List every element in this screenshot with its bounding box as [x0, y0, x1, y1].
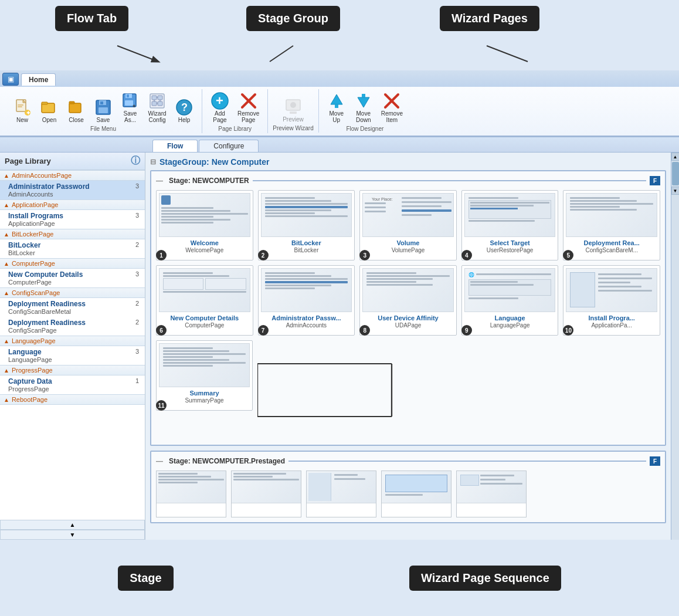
lib-item-progress-sub: ProgressPage	[8, 385, 139, 392]
flow-tab[interactable]: Flow	[152, 140, 198, 152]
stage-collapse-1[interactable]: —	[156, 177, 163, 185]
lib-section-application[interactable]: ▲ ApplicationPage	[0, 199, 145, 210]
lib-item-language[interactable]: 3 Language LanguagePage	[0, 346, 145, 365]
close-button[interactable]: Close	[63, 97, 89, 124]
lib-scroll-area[interactable]: ▲ AdminAccountsPage 3 Administrator Pass…	[0, 170, 145, 520]
mini-page-1[interactable]	[156, 471, 226, 517]
lib-item-install-programs[interactable]: 3 Install Programs ApplicationPage	[0, 210, 145, 229]
lib-item-computer-sub: ComputerPage	[8, 279, 139, 286]
page-library-group-label: Page Library	[218, 124, 252, 132]
configure-tab[interactable]: Configure	[199, 140, 259, 152]
preview-icon	[284, 97, 303, 116]
svg-rect-20	[127, 94, 129, 97]
page-library-header: Page Library ⓘ	[0, 153, 145, 170]
stage-flag-2: F	[650, 456, 660, 466]
page-card-summary[interactable]: 11 Summary SummaryPage	[156, 340, 253, 411]
lib-section-admin-accounts[interactable]: ▲ AdminAccountsPage	[0, 170, 145, 181]
move-down-button[interactable]: MoveDown	[351, 90, 376, 124]
wizard-config-label: WizardConfig	[148, 110, 166, 123]
stage-title-bar-1: — Stage: NEWCOMPUTER F	[156, 176, 660, 185]
page-type-bitlocker: BitLocker	[261, 247, 352, 253]
stage-line-1	[253, 180, 646, 181]
lib-item-bitlocker[interactable]: 2 BitLocker BitLocker	[0, 239, 145, 258]
scroll-down-arrow[interactable]: ▼	[671, 187, 680, 195]
remove-item-button[interactable]: RemoveItem	[378, 90, 406, 124]
svg-rect-15	[99, 107, 108, 113]
move-up-button[interactable]: MoveUp	[324, 90, 349, 124]
page-card-select-target[interactable]: 4 Select Target UserRestorePage	[461, 190, 559, 260]
lib-item-dr1-name: Deployment Readiness	[8, 300, 139, 308]
page-card-language[interactable]: 🌐 9	[461, 265, 559, 336]
page-card-deployment-rea[interactable]: 5 Deployment Rea... ConfigScanBareM...	[563, 190, 660, 260]
mini-page-2[interactable]	[231, 471, 301, 517]
page-num-3: 3	[359, 250, 370, 260]
page-library-buttons: + AddPage	[207, 90, 263, 124]
add-page-button[interactable]: + AddPage	[207, 90, 233, 124]
section-bitlocker-label: BitLockerPage	[12, 231, 54, 238]
lib-section-language[interactable]: ▲ LanguagePage	[0, 336, 145, 346]
pages-grid-row2: 6 New Computer Details ComputerPage	[156, 265, 660, 336]
page-thumb-deployment-rea	[566, 193, 657, 237]
lib-item-capture-data[interactable]: 1 Capture Data ProgressPage	[0, 375, 145, 394]
move-up-label: MoveUp	[329, 110, 343, 123]
mini-page-4[interactable]	[381, 471, 451, 517]
designer-tabs: Flow Configure	[0, 137, 679, 153]
page-card-uda[interactable]: 8 User Device Affinity UDAPage	[359, 265, 457, 336]
close-label: Close	[69, 117, 84, 123]
help-button[interactable]: ? Help	[171, 97, 197, 124]
mini-page-3[interactable]	[306, 471, 376, 517]
page-thumb-install-prog	[566, 268, 657, 312]
page-card-admin-passw[interactable]: 7 Administrator Passw... AdminAccounts	[258, 265, 355, 336]
lib-item-dr1-count: 2	[135, 300, 139, 307]
open-button[interactable]: Open	[36, 97, 62, 124]
mini-page-5[interactable]	[456, 471, 527, 517]
section-arrow-reboot: ▲	[4, 397, 9, 403]
section-progress-label: ProgressPage	[12, 367, 53, 374]
stage-newcomputer-prestaged: — Stage: NEWCOMPUTER.Prestaged F	[150, 451, 666, 523]
flow-scrollbar[interactable]: ▲ ▼	[671, 153, 679, 540]
ribbon-tabs: ▣ Home	[0, 70, 679, 87]
lib-item-install-count: 3	[135, 212, 139, 219]
lib-scroll-up[interactable]: ▲	[0, 520, 145, 530]
save-button[interactable]: Save	[90, 97, 116, 124]
lib-item-bitlocker-name: BitLocker	[8, 241, 139, 249]
lib-item-progress-name: Capture Data	[8, 377, 139, 385]
lib-item-deployment-readiness-1[interactable]: 2 Deployment Readiness ConfigScanBareMet…	[0, 298, 145, 317]
ribbon-content: ✦ New	[0, 87, 679, 137]
lib-section-computer[interactable]: ▲ ComputerPage	[0, 258, 145, 269]
page-card-volume[interactable]: Your Place:	[359, 190, 457, 260]
lib-section-configscan[interactable]: ▲ ConfigScanPage	[0, 287, 145, 298]
page-card-install-prog[interactable]: 10 Install Progra... ApplicationPa...	[563, 265, 660, 336]
ribbon-tab-home[interactable]: Home	[21, 73, 56, 86]
preview-button[interactable]: Preview	[279, 96, 307, 124]
section-admin-label: AdminAccountsPage	[12, 172, 72, 179]
svg-text:+: +	[216, 93, 223, 108]
stage-flag-1: F	[650, 176, 660, 185]
lib-item-progress-count: 1	[135, 377, 139, 384]
page-card-welcome[interactable]: 1 Welcome WelcomePage	[156, 190, 253, 260]
stage-collapse-2[interactable]: —	[156, 457, 163, 465]
lib-section-reboot[interactable]: ▲ RebootPage	[0, 394, 145, 405]
save-as-button[interactable]: + SaveAs...	[117, 90, 143, 124]
lib-section-progress[interactable]: ▲ ProgressPage	[0, 365, 145, 375]
scroll-thumb[interactable]	[672, 162, 679, 185]
lib-section-bitlocker[interactable]: ▲ BitLockerPage	[0, 229, 145, 239]
main-area: Page Library ⓘ ▲ AdminAccountsPage 3 Adm…	[0, 153, 679, 540]
stage-group-collapse[interactable]: ⊟	[150, 158, 156, 166]
lib-item-new-computer-details[interactable]: 3 New Computer Details ComputerPage	[0, 269, 145, 287]
page-card-bitlocker[interactable]: 2 BitLocker BitLocker	[258, 190, 355, 260]
lib-item-language-sub: LanguagePage	[8, 356, 139, 363]
page-library-info-icon[interactable]: ⓘ	[131, 155, 140, 167]
lib-item-admin-password[interactable]: 3 Administrator Password AdminAccounts	[0, 181, 145, 199]
lib-item-deployment-readiness-2[interactable]: 2 Deployment Readiness ConfigScanPage	[0, 317, 145, 336]
app-button[interactable]: ▣	[2, 73, 19, 86]
wizard-config-button[interactable]: WizardConfig	[144, 90, 170, 124]
page-name-deployment-rea: Deployment Rea...	[566, 239, 657, 247]
stage-group-label: Stage Group	[246, 6, 340, 31]
new-button[interactable]: ✦ New	[9, 97, 35, 124]
page-type-volume: VolumePage	[362, 247, 454, 253]
lib-scroll-down[interactable]: ▼	[0, 530, 145, 540]
scroll-up-arrow[interactable]: ▲	[671, 153, 680, 161]
remove-page-button[interactable]: RemovePage	[234, 90, 263, 124]
page-card-new-computer[interactable]: 6 New Computer Details ComputerPage	[156, 265, 253, 336]
